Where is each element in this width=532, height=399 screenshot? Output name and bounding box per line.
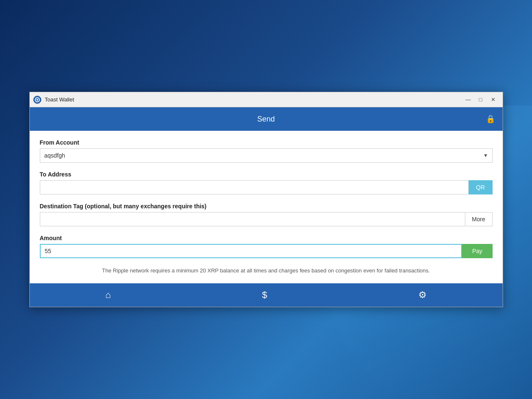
amount-row: Pay: [40, 244, 493, 258]
window-controls: — □ ✕: [462, 95, 499, 104]
from-account-select[interactable]: aqsdfgh: [40, 148, 493, 163]
home-nav-button[interactable]: ⌂: [88, 286, 127, 304]
from-account-select-wrapper: aqsdfgh ▼: [40, 148, 493, 163]
settings-nav-button[interactable]: ⚙: [402, 286, 444, 304]
destination-tag-input[interactable]: [40, 212, 465, 226]
pay-button[interactable]: Pay: [462, 244, 492, 258]
maximize-button[interactable]: □: [475, 95, 487, 104]
dollar-icon: $: [262, 290, 267, 301]
send-nav-button[interactable]: $: [245, 286, 284, 304]
info-text: The Ripple network requires a minimum 20…: [40, 267, 493, 275]
close-button[interactable]: ✕: [488, 95, 499, 104]
qr-button[interactable]: QR: [469, 180, 493, 194]
page-title: Send: [257, 115, 275, 124]
title-bar: Toast Wallet — □ ✕: [30, 92, 503, 107]
from-account-label: From Account: [40, 139, 493, 146]
window-title: Toast Wallet: [45, 96, 462, 103]
settings-icon: ⚙: [418, 290, 427, 301]
amount-input[interactable]: [40, 244, 462, 258]
content-area: From Account aqsdfgh ▼ To Address QR Des…: [30, 131, 503, 283]
from-account-group: From Account aqsdfgh ▼: [40, 139, 493, 163]
to-address-input[interactable]: [40, 180, 469, 194]
app-window: Toast Wallet — □ ✕ Send 🔒 From Account a…: [29, 92, 503, 307]
app-icon: [33, 96, 42, 104]
app-footer: ⌂ $ ⚙: [30, 283, 503, 307]
more-button[interactable]: More: [465, 212, 493, 226]
to-address-row: QR: [40, 180, 493, 194]
app-header: Send 🔒: [30, 107, 503, 131]
lock-icon: 🔒: [486, 114, 495, 124]
to-address-label: To Address: [40, 171, 493, 178]
to-address-group: To Address QR: [40, 171, 493, 194]
home-icon: ⌂: [105, 290, 111, 301]
amount-group: Amount Pay: [40, 235, 493, 258]
destination-tag-row: More: [40, 212, 493, 226]
destination-tag-label: Destination Tag (optional, but many exch…: [40, 203, 493, 210]
minimize-button[interactable]: —: [462, 95, 474, 104]
destination-tag-group: Destination Tag (optional, but many exch…: [40, 203, 493, 226]
svg-point-2: [36, 99, 38, 101]
amount-label: Amount: [40, 235, 493, 241]
